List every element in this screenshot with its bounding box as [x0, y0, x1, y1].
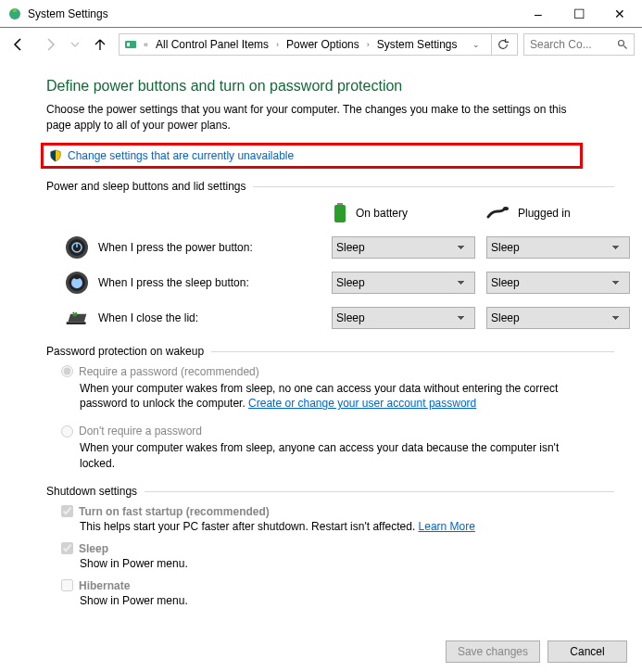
section-shutdown: Shutdown settings	[46, 485, 614, 498]
search-placeholder: Search Co...	[530, 38, 613, 51]
close-button[interactable]: ✕	[599, 1, 640, 27]
require-password-option: Require a password (recommended) When yo…	[61, 365, 614, 412]
up-button[interactable]	[87, 32, 113, 57]
laptop-lid-icon	[65, 306, 89, 330]
refresh-button[interactable]	[491, 33, 513, 56]
cancel-button[interactable]: Cancel	[548, 640, 627, 663]
page-title: Define power buttons and turn on passwor…	[46, 78, 614, 95]
save-button[interactable]: Save changes	[446, 640, 540, 663]
create-password-link[interactable]: Create or change your user account passw…	[248, 397, 476, 410]
lid-row: When I close the lid:	[61, 306, 321, 330]
svg-point-4	[619, 41, 624, 46]
power-button-plugged-select[interactable]: Sleep	[486, 236, 630, 259]
sleep-button-row: When I press the sleep button:	[61, 271, 321, 295]
change-settings-link[interactable]: Change settings that are currently unava…	[68, 149, 294, 162]
change-settings-banner: Change settings that are currently unava…	[41, 143, 583, 169]
address-bar[interactable]: « All Control Panel Items › Power Option…	[119, 33, 518, 56]
sleep-desc: Show in Power menu.	[80, 557, 614, 570]
power-button-icon	[65, 235, 89, 260]
no-password-desc: When your computer wakes from sleep, any…	[80, 440, 580, 472]
search-icon	[617, 39, 628, 50]
lid-plugged-select[interactable]: Sleep	[486, 307, 630, 329]
sleep-checkbox	[61, 542, 73, 554]
minimize-button[interactable]: –	[518, 1, 559, 27]
sleep-button-battery-select[interactable]: Sleep	[332, 272, 475, 294]
breadcrumb-item[interactable]: All Control Panel Items	[154, 38, 271, 51]
hibernate-desc: Show in Power menu.	[80, 594, 614, 607]
require-password-radio	[61, 365, 73, 377]
window-title: System Settings	[28, 7, 518, 20]
titlebar: System Settings – ☐ ✕	[0, 0, 642, 28]
content-area: Define power buttons and turn on passwor…	[0, 61, 642, 607]
sleep-button-icon	[65, 271, 89, 295]
plug-icon	[486, 206, 510, 221]
no-password-radio	[61, 425, 73, 437]
chevron-right-icon: ›	[365, 40, 371, 49]
chevron-right-icon: ›	[274, 40, 281, 49]
sleep-button-plugged-select[interactable]: Sleep	[486, 272, 630, 294]
back-button[interactable]	[6, 32, 31, 57]
battery-icon	[332, 202, 348, 224]
fast-startup-checkbox	[61, 505, 73, 517]
shield-icon	[49, 149, 62, 162]
page-subtitle: Choose the power settings that you want …	[46, 102, 584, 133]
control-panel-icon	[123, 37, 138, 52]
chevron-down-icon[interactable]: ⌄	[469, 40, 484, 49]
svg-rect-1	[13, 8, 17, 12]
forward-button[interactable]	[37, 32, 63, 57]
svg-line-5	[624, 46, 627, 49]
footer-buttons: Save changes Cancel	[446, 640, 627, 663]
fast-startup-desc: This helps start your PC faster after sh…	[80, 520, 614, 533]
maximize-button[interactable]: ☐	[559, 1, 599, 27]
breadcrumb-item[interactable]: System Settings	[375, 38, 459, 51]
section-power: Power and sleep buttons and lid settings	[46, 180, 614, 193]
breadcrumb-item[interactable]: Power Options	[284, 38, 361, 51]
svg-rect-15	[67, 322, 86, 324]
power-button-battery-select[interactable]: Sleep	[332, 236, 475, 259]
section-password: Password protection on wakeup	[46, 345, 614, 358]
nav-row: « All Control Panel Items › Power Option…	[0, 28, 642, 61]
lid-battery-select[interactable]: Sleep	[332, 307, 475, 329]
no-password-option: Don't require a password When your compu…	[61, 425, 614, 472]
plugged-header: Plugged in	[486, 206, 630, 221]
power-button-row: When I press the power button:	[61, 235, 321, 260]
svg-rect-3	[127, 43, 130, 46]
recent-button[interactable]	[69, 32, 82, 57]
chevron-right-icon: «	[142, 40, 150, 49]
svg-rect-2	[125, 41, 136, 48]
power-grid: On battery Plugged in When I press the p…	[61, 202, 614, 330]
svg-point-8	[503, 207, 509, 210]
learn-more-link[interactable]: Learn More	[419, 520, 475, 533]
hibernate-checkbox	[61, 579, 73, 591]
app-icon	[7, 6, 22, 21]
search-input[interactable]: Search Co...	[523, 33, 635, 56]
battery-header: On battery	[332, 202, 475, 224]
require-password-desc: When your computer wakes from sleep, no …	[80, 381, 580, 412]
svg-rect-7	[334, 205, 346, 222]
